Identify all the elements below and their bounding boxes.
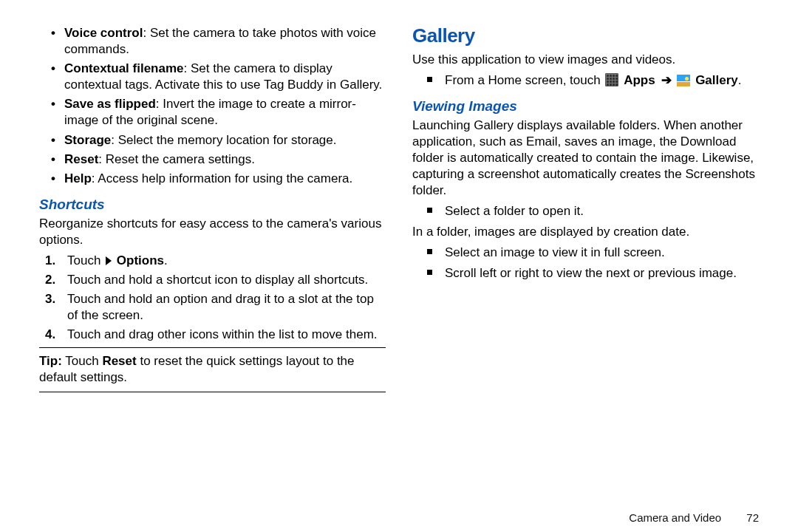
gallery-nav: From a Home screen, touch Apps ➔ Gallery… xyxy=(432,72,759,89)
rule xyxy=(39,347,386,348)
right-column: Gallery Use this application to view ima… xyxy=(399,22,772,525)
setting-voice-control: Voice control: Set the camera to take ph… xyxy=(64,25,386,58)
list-text: Select an image to view it in full scree… xyxy=(445,245,665,259)
list-item: Select an image to view it in full scree… xyxy=(432,245,759,261)
step-4: Touch and drag other icons within the li… xyxy=(63,327,386,343)
setting-label: Reset xyxy=(64,152,98,166)
gallery-heading: Gallery xyxy=(412,24,759,49)
shortcuts-heading: Shortcuts xyxy=(39,196,386,214)
list-text: Select a folder to open it. xyxy=(445,204,584,218)
page-root: Voice control: Set the camera to take ph… xyxy=(0,0,798,532)
nav-gallery-label: Gallery xyxy=(695,73,738,87)
list-text: Scroll left or right to view the next or… xyxy=(445,266,737,280)
setting-desc: : Select the memory location for storage… xyxy=(111,133,336,147)
setting-label: Save as flipped xyxy=(64,97,156,111)
step-bold: Options xyxy=(117,253,164,267)
setting-label: Storage xyxy=(64,133,111,147)
arrow-right-icon: ➔ xyxy=(661,73,672,87)
tip-label: Tip: xyxy=(39,354,62,368)
step-text: Touch and drag other icons within the li… xyxy=(67,327,378,341)
tip-text: Touch xyxy=(62,354,103,368)
tip-block: Tip: Touch Reset to reset the quick sett… xyxy=(39,351,386,392)
viewing-list-b: Select an image to view it in full scree… xyxy=(432,245,759,282)
gallery-intro: Use this application to view images and … xyxy=(412,52,759,68)
setting-reset: Reset: Reset the camera settings. xyxy=(64,151,386,168)
step-suffix: . xyxy=(164,253,168,267)
step-3: Touch and hold an option and drag it to … xyxy=(63,291,386,324)
step-1: Touch Options. xyxy=(63,253,386,269)
step-text: Touch and hold an option and drag it to … xyxy=(67,292,374,322)
viewing-list-a: Select a folder to open it. xyxy=(432,203,759,219)
left-column: Voice control: Set the camera to take ph… xyxy=(26,22,399,525)
viewing-images-heading: Viewing Images xyxy=(412,98,759,116)
step-text: Touch and hold a shortcut icon to displa… xyxy=(67,273,368,287)
setting-save-as-flipped: Save as flipped: Invert the image to cre… xyxy=(64,96,386,129)
nav-prefix: From a Home screen, touch xyxy=(445,73,604,87)
setting-desc: : Reset the camera settings. xyxy=(98,152,255,166)
setting-desc: : Access help information for using the … xyxy=(92,171,352,185)
footer-page-number: 72 xyxy=(746,511,759,525)
gallery-app-icon xyxy=(677,75,690,86)
page-footer: Camera and Video 72 xyxy=(629,511,759,525)
rule xyxy=(39,392,386,392)
viewing-para: Launching Gallery displays available fol… xyxy=(412,117,759,199)
apps-grid-icon xyxy=(605,73,618,86)
tip-reset: Reset xyxy=(102,354,136,368)
shortcuts-steps: Touch Options. Touch and hold a shortcut… xyxy=(63,253,386,343)
step-text: Touch xyxy=(67,253,104,267)
settings-list: Voice control: Set the camera to take ph… xyxy=(64,25,386,187)
setting-label: Help xyxy=(64,171,92,185)
shortcuts-intro: Reorganize shortcuts for easy access to … xyxy=(39,216,386,248)
list-item: Select a folder to open it. xyxy=(432,203,759,219)
nav-apps-label: Apps xyxy=(624,73,655,87)
setting-help: Help: Access help information for using … xyxy=(64,171,386,187)
setting-storage: Storage: Select the memory location for … xyxy=(64,132,386,149)
list-item: Scroll left or right to view the next or… xyxy=(432,265,759,282)
setting-label: Contextual filename xyxy=(64,61,184,75)
footer-section: Camera and Video xyxy=(629,511,721,524)
setting-label: Voice control xyxy=(64,26,143,40)
step-2: Touch and hold a shortcut icon to displa… xyxy=(63,272,386,288)
setting-contextual-filename: Contextual filename: Set the camera to d… xyxy=(64,61,386,93)
chevron-right-icon xyxy=(106,256,112,265)
nav-path: From a Home screen, touch Apps ➔ Gallery… xyxy=(432,72,759,89)
folder-order-para: In a folder, images are displayed by cre… xyxy=(412,224,759,240)
